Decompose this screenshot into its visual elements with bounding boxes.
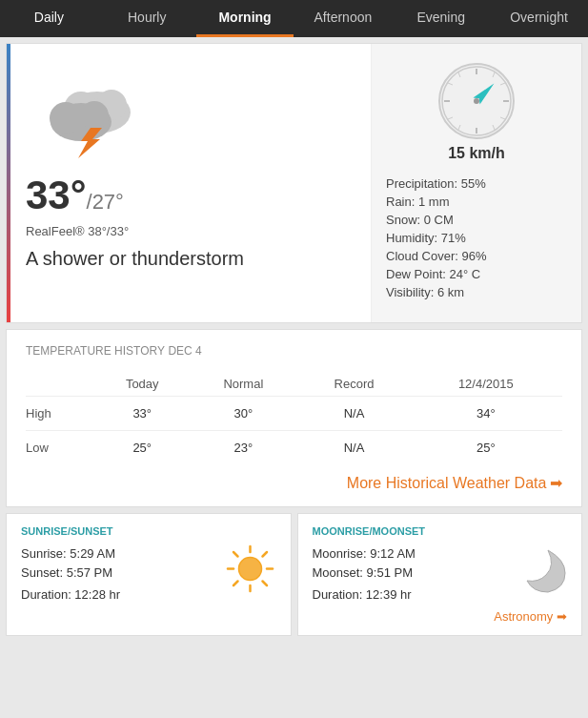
dew-point-detail: Dew Point: 24° C [386,267,567,281]
col-header-date: 12/4/2015 [410,372,562,397]
accent-bar [7,44,10,322]
svg-line-26 [233,552,238,557]
sun-icon [224,543,276,598]
row-high-label: High [26,397,96,431]
compass-dial [438,63,515,139]
cloud-cover-detail: Cloud Cover: 96% [386,249,567,263]
humidity-detail: Humidity: 71% [386,231,567,245]
realfeel: RealFeel® 38°/33° [26,224,352,238]
svg-line-17 [448,117,453,119]
row-high-today: 33° [96,397,188,431]
sunrise-sunset-title: SUNRISE/SUNSET [21,525,276,537]
tab-evening[interactable]: Evening [392,0,490,37]
svg-point-5 [80,101,109,130]
weather-icon-area [26,63,352,158]
wind-speed: 15 km/h [448,145,505,162]
table-row: High 33° 30° N/A 34° [26,397,562,431]
svg-line-29 [233,582,238,586]
row-low-normal: 23° [188,431,298,465]
tab-afternoon[interactable]: Afternoon [294,0,392,37]
col-header-empty [26,372,96,397]
rain-detail: Rain: 1 mm [386,195,567,209]
row-high-date: 34° [410,397,562,431]
temp-history-title: TEMPERATURE HISTORY DEC 4 [26,344,562,358]
temperature-display: 33°/27° [26,173,352,218]
wind-compass: 15 km/h [386,63,567,162]
moonrise-moonset-title: MOONRISE/MOONSET [313,525,568,537]
sunrise-sunset-card: SUNRISE/SUNSET Sunrise: 5:29 AM Sunset: … [6,513,292,636]
moon-icon [519,543,567,598]
svg-point-21 [474,98,479,104]
weather-right-panel: 15 km/h Precipitation: 55% Rain: 1 mm Sn… [372,44,581,322]
more-historical-link[interactable]: More Historical Weather Data ➡ [26,474,562,492]
tab-overnight[interactable]: Overnight [490,0,588,37]
history-table: Today Normal Record 12/4/2015 High 33° 3… [26,372,562,464]
weather-left-panel: 33°/27° RealFeel® 38°/33° A shower or th… [7,44,372,322]
weather-main-card: 33°/27° RealFeel® 38°/33° A shower or th… [6,43,582,323]
tab-bar: Daily Hourly Morning Afternoon Evening O… [0,0,588,37]
row-low-today: 25° [96,431,188,465]
bottom-row: SUNRISE/SUNSET Sunrise: 5:29 AM Sunset: … [6,513,582,636]
svg-point-4 [50,102,82,134]
svg-line-12 [493,72,495,77]
col-header-today: Today [96,372,188,397]
precipitation-detail: Precipitation: 55% [386,176,567,191]
svg-line-16 [458,125,460,130]
row-high-record: N/A [298,397,409,431]
temp-main: 33° [26,173,87,217]
row-low-record: N/A [298,431,409,465]
svg-line-18 [448,83,453,85]
snow-detail: Snow: 0 CM [386,213,567,227]
temperature-history-section: TEMPERATURE HISTORY DEC 4 Today Normal R… [6,329,582,507]
moonrise-moonset-card: MOONRISE/MOONSET Moonrise: 9:12 AM Moons… [297,513,583,636]
tab-hourly[interactable]: Hourly [98,0,196,37]
col-header-record: Record [298,372,409,397]
tab-morning[interactable]: Morning [196,0,294,37]
astronomy-link[interactable]: Astronomy ➡ [313,609,568,624]
visibility-detail: Visibility: 6 km [386,285,567,299]
temp-low: /27° [87,190,124,214]
svg-line-14 [500,117,505,119]
svg-line-19 [458,72,460,77]
table-row: Low 25° 23° N/A 25° [26,431,562,465]
row-high-normal: 30° [188,397,298,431]
weather-condition: A shower or thunderstorm [26,248,352,270]
svg-line-15 [493,125,495,130]
row-low-label: Low [26,431,96,465]
svg-line-27 [262,582,267,586]
row-low-date: 25° [410,431,562,465]
tab-daily[interactable]: Daily [0,0,98,37]
svg-line-13 [500,83,505,85]
col-header-normal: Normal [188,372,298,397]
svg-line-28 [262,552,267,557]
cloud-lightning-icon [26,63,150,158]
